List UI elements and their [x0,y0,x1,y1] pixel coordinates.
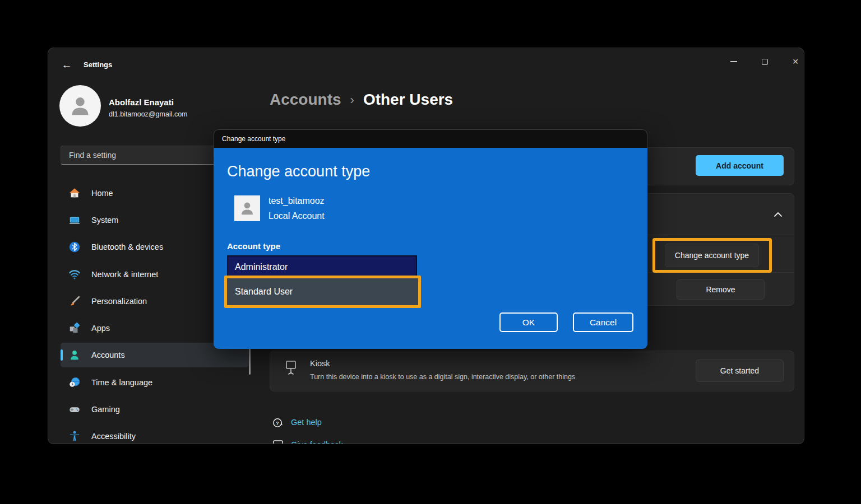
system-icon [68,214,81,226]
account-type-field-label: Account type [227,241,280,251]
sidebar-item-gaming[interactable]: Gaming [61,397,249,422]
add-account-button[interactable]: Add account [696,155,784,176]
person-icon [238,199,256,217]
get-started-button[interactable]: Get started [696,360,784,382]
sidebar-item-label: Time & language [91,378,152,387]
breadcrumb: Accounts › Other Users [270,90,453,110]
option-administrator[interactable]: Administrator [227,255,417,278]
selected-accent-bar [61,349,63,361]
user-avatar[interactable] [59,85,101,127]
sidebar-item-accessibility[interactable]: Accessibility [61,424,249,444]
gaming-icon [68,403,81,416]
sidebar-item-label: Accessibility [91,432,136,441]
bluetooth-icon [68,241,81,253]
chevron-right-icon: › [350,92,354,108]
close-button[interactable]: ✕ [783,53,804,71]
sidebar-item-time-language[interactable]: Time & language [61,370,249,395]
sidebar-item-label: System [91,216,118,225]
personalization-icon [68,295,81,307]
home-icon [68,187,81,199]
kiosk-title: Kiosk [310,359,330,368]
dialog-heading: Change account type [227,163,370,180]
sidebar-item-label: Gaming [91,405,120,414]
minimize-icon [730,61,737,62]
person-icon [67,93,93,119]
sidebar-item-label: Apps [91,324,110,333]
sidebar-item-label: Network & internet [91,270,158,279]
chevron-up-icon[interactable] [774,212,783,217]
page-title: Other Users [363,91,453,109]
user-name: Abolfazl Enayati [109,97,174,107]
maximize-icon [762,59,768,65]
sidebar-item-label: Home [91,189,113,198]
kiosk-icon [284,360,298,376]
dialog-account-name: test_bitamooz [269,196,325,206]
highlight-standard-user: Standard User [224,276,421,308]
highlight-change-account-type [652,238,772,273]
ok-button[interactable]: OK [499,312,558,332]
change-account-type-dialog: Change account type Change account type … [214,129,647,349]
remove-button[interactable]: Remove [677,279,765,300]
network-icon [68,268,81,281]
breadcrumb-accounts[interactable]: Accounts [270,91,341,109]
maximize-button[interactable] [752,53,777,71]
get-help-icon: ? [271,416,285,430]
dialog-titlebar: Change account type [214,129,647,148]
time-language-icon [68,376,81,389]
back-button[interactable]: ← [58,57,75,73]
user-email: dl1.bitamooz@gmail.com [109,110,188,118]
dialog-titlebar-text: Change account type [222,135,285,143]
settings-window: ← Settings ✕ Abolfazl Enayati dl1.bitamo… [48,48,804,444]
accessibility-icon [68,430,81,442]
apps-icon [68,322,81,334]
sidebar-scrollbar[interactable] [249,347,251,375]
close-icon: ✕ [792,57,799,66]
give-feedback-link[interactable]: Give feedback [291,440,343,444]
accounts-icon [68,349,81,361]
svg-text:?: ? [276,421,279,426]
cancel-button[interactable]: Cancel [573,312,633,332]
dialog-account-type: Local Account [269,211,325,221]
get-help-link[interactable]: Get help [291,418,322,427]
sidebar-item-label: Bluetooth & devices [91,242,163,251]
app-title: Settings [84,60,112,69]
minimize-button[interactable] [721,53,746,71]
option-standard-user[interactable]: Standard User [227,278,418,305]
give-feedback-icon [271,438,285,444]
sidebar-item-label: Personalization [91,297,147,306]
kiosk-description: Turn this device into a kiosk to use as … [310,373,575,381]
sidebar-item-label: Accounts [91,351,125,360]
dialog-account-avatar [234,195,260,221]
desktop-background: ← Settings ✕ Abolfazl Enayati dl1.bitamo… [0,0,861,504]
